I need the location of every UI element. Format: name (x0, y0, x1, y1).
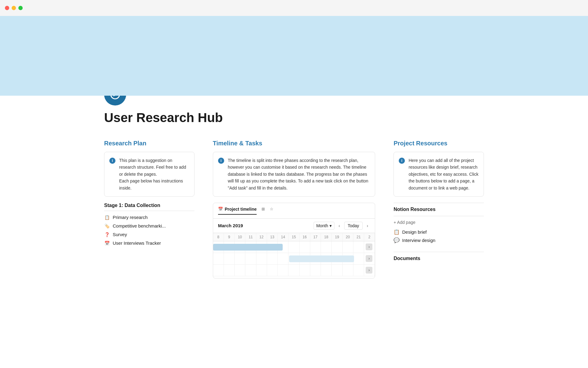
day-col-18: 18 (321, 233, 332, 241)
timeline-tabs: 📅 Project timeline ⊞ ☆ (213, 203, 375, 219)
day-col-20: 20 (343, 233, 353, 241)
resources-info-icon: i (399, 158, 405, 164)
timeline-info-icon: i (218, 158, 224, 164)
day-col-15: 15 (288, 233, 299, 241)
list-item-survey[interactable]: ❓ Survey (104, 232, 194, 237)
row2-cell6 (267, 253, 278, 264)
timeline-row-3: › (213, 265, 375, 276)
user-interviews-icon: 📅 (104, 240, 110, 246)
list-item-user-interviews[interactable]: 📅 User Interviews Tracker (104, 240, 194, 246)
maximize-button[interactable] (18, 6, 23, 10)
day-col-21: 21 (353, 233, 364, 241)
row1-cell9 (300, 241, 310, 253)
timeline-rows: › (213, 241, 375, 278)
design-brief-icon: 📋 (394, 229, 400, 235)
project-resources-column: Project Resources i Here you can add all… (394, 140, 484, 264)
main-columns: Research Plan i This plan is a suggestio… (104, 140, 484, 278)
resource-link-interview-design[interactable]: 💬 Interview design (394, 236, 484, 244)
row3-cell8 (288, 265, 299, 276)
grid-tab-icon: ⊞ (262, 207, 265, 211)
row1-cell14 (353, 241, 364, 253)
close-button[interactable] (5, 6, 9, 10)
calendar-tab-icon: 📅 (218, 207, 223, 211)
list-item-primary-research[interactable]: 📋 Primary research (104, 215, 194, 220)
row3-cell12 (332, 265, 342, 276)
row3-cell13 (343, 265, 353, 276)
documents-heading: Documents (394, 256, 484, 261)
row2-cell7 (278, 253, 288, 264)
timeline-box: 📅 Project timeline ⊞ ☆ March 2019 (213, 203, 375, 278)
minimize-button[interactable] (12, 6, 16, 10)
project-resources-info-box: i Here you can add all of the project re… (394, 152, 484, 197)
interview-design-label: Interview design (402, 238, 435, 243)
row1-cell11 (321, 241, 332, 253)
row3-cell11 (321, 265, 332, 276)
interview-design-icon: 💬 (394, 237, 400, 243)
day-col-19: 19 (332, 233, 342, 241)
day-col-12: 12 (256, 233, 267, 241)
tab-star[interactable]: ☆ (270, 207, 273, 214)
row3-cell2 (224, 265, 235, 276)
research-plan-info-box: i This plan is a suggestion on research … (104, 152, 194, 197)
divider-2 (394, 216, 484, 216)
timeline-row-1: › (213, 241, 375, 253)
row2-cell4 (245, 253, 256, 264)
divider-3 (394, 252, 484, 252)
resources-info-text: Here you can add all of the project reso… (409, 157, 479, 191)
page-title: User Research Hub (104, 110, 484, 125)
row3-cell3 (235, 265, 245, 276)
row2-cell2 (224, 253, 235, 264)
row2-expand-button[interactable]: › (366, 255, 372, 262)
timeline-next-button[interactable]: › (365, 222, 370, 229)
stage1-list: 📋 Primary research 🏷️ Competitive benchm… (104, 215, 194, 246)
add-page-button[interactable]: + Add page (394, 220, 484, 225)
today-button[interactable]: Today (344, 222, 362, 230)
row1-expand-button[interactable]: › (366, 243, 372, 250)
timeline-header: March 2019 Month ▾ ‹ Today › (213, 219, 375, 233)
day-col-17: 17 (310, 233, 321, 241)
day-col-8: 8 (213, 233, 224, 241)
timeline-info-box: i The timeline is split into three phase… (213, 152, 375, 197)
timeline-bar-2 (289, 255, 354, 262)
row3-cell10 (310, 265, 321, 276)
row1-cell13 (343, 241, 353, 253)
month-selector[interactable]: Month ▾ (314, 222, 334, 230)
project-resources-heading: Project Resources (394, 140, 484, 147)
info-icon: i (109, 158, 115, 164)
list-item-competitive[interactable]: 🏷️ Competitive benchmarki... (104, 223, 194, 229)
primary-research-icon: 📋 (104, 215, 110, 220)
timeline-row-2: › (213, 253, 375, 265)
day-col-10: 10 (235, 233, 245, 241)
title-bar (0, 0, 588, 16)
timeline-info-text: The timeline is split into three phases … (228, 157, 370, 191)
row3-cell7 (278, 265, 288, 276)
tab-grid[interactable]: ⊞ (262, 207, 265, 214)
month-label: Month (316, 223, 328, 228)
day-col-14: 14 (278, 233, 288, 241)
primary-research-label: Primary research (113, 215, 148, 220)
survey-label: Survey (113, 232, 127, 237)
row2-cell3 (235, 253, 245, 264)
row3-cell14 (353, 265, 364, 276)
timeline-bar-1 (213, 244, 283, 251)
hero-banner (0, 16, 588, 96)
research-plan-column: Research Plan i This plan is a suggestio… (104, 140, 194, 246)
row2-cell14 (353, 253, 364, 264)
timeline-prev-button[interactable]: ‹ (337, 222, 342, 229)
divider-1 (394, 203, 484, 203)
star-tab-icon: ☆ (270, 207, 273, 211)
timeline-current-date: March 2019 (218, 223, 243, 228)
tab-project-timeline[interactable]: 📅 Project timeline (218, 207, 257, 215)
row3-cell1 (213, 265, 224, 276)
row1-cell10 (310, 241, 321, 253)
research-plan-info-text: This plan is a suggestion on research st… (119, 157, 189, 191)
day-col-16: 16 (300, 233, 310, 241)
content-area: User Research Hub Research Plan i This p… (80, 83, 508, 303)
row3-expand-button[interactable]: › (366, 267, 372, 274)
resource-link-design-brief[interactable]: 📋 Design brief (394, 228, 484, 236)
research-plan-heading: Research Plan (104, 140, 194, 147)
competitive-icon: 🏷️ (104, 223, 110, 229)
month-chevron-icon: ▾ (330, 223, 332, 228)
day-col-22: 2 (364, 233, 375, 241)
day-col-11: 11 (245, 233, 256, 241)
